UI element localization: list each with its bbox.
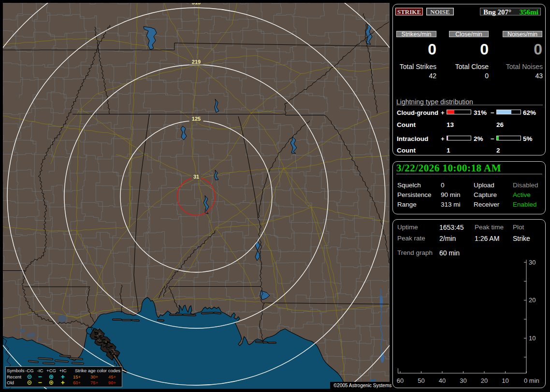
svg-text:30: 30 [529, 259, 536, 266]
svg-text:10: 10 [502, 377, 508, 384]
svg-text:40: 40 [439, 377, 446, 384]
svg-text:30: 30 [460, 377, 466, 384]
svg-text:20: 20 [481, 377, 488, 384]
svg-text:50: 50 [418, 377, 424, 384]
svg-text:20: 20 [529, 296, 536, 304]
svg-text:0 min: 0 min [524, 377, 539, 384]
svg-text:10: 10 [529, 335, 536, 342]
svg-text:60: 60 [397, 377, 404, 384]
